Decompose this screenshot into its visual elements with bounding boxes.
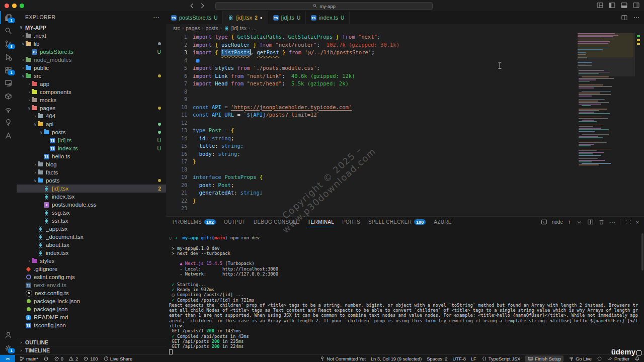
status-eol[interactable]: LF [471,356,476,361]
kill-terminal-icon[interactable] [598,219,605,225]
line-number[interactable]: 20 [166,182,193,190]
tree-item-readme-md[interactable]: README.md [17,313,166,321]
tree-item-package-lock-json[interactable]: package-lock.json [17,297,166,305]
line-number[interactable]: 22 [166,197,193,205]
breadcrumb-item[interactable]: [id].tsx [231,25,247,31]
accounts-icon[interactable] [0,328,17,341]
timeline-section[interactable]: › TIMELINE [17,346,166,354]
tree-item-index-tsx[interactable]: index.tsx [17,249,166,257]
breadcrumb-item[interactable]: ... [252,25,257,31]
tree-item-ssg-tsx[interactable]: ssg.tsx [17,209,166,217]
status-indentation[interactable]: Spaces: 2 [427,356,447,361]
line-number[interactable]: 21 [166,189,193,197]
tree-item--next[interactable]: ›.next [17,32,166,40]
panel-tab-output[interactable]: OUTPUT [224,217,246,227]
panel-more-actions-icon[interactable]: ⋯ [609,219,615,226]
terminal-dropdown-icon[interactable] [576,219,583,225]
line-number[interactable]: 13 [166,127,193,135]
status-go-live[interactable]: Go Live [569,356,592,361]
dirty-dot-icon[interactable]: ● [260,16,263,20]
tree-item-about-tsx[interactable]: about.tsx [17,241,166,249]
tree-item-posts[interactable]: ∨posts [17,176,166,185]
breadcrumb-item[interactable]: pages [186,25,200,31]
tree-item-app[interactable]: ›app [17,80,166,88]
status-encoding[interactable]: UTF-8 [453,356,466,361]
toggle-panel-icon[interactable] [620,2,628,9]
workspace-root-row[interactable]: ∨ MY-APP [17,23,166,32]
source-control-activity-icon[interactable]: 3 [0,37,17,50]
line-number[interactable]: 8 [166,88,193,96]
line-number[interactable]: 11 [166,111,193,119]
terminal-scrollbar-thumb[interactable] [641,233,643,270]
run-and-debug-activity-icon[interactable] [0,50,17,63]
tree-item-public[interactable]: ›public [17,64,166,72]
line-number[interactable]: 9 [166,96,193,104]
command-center-search[interactable]: my-app [215,2,433,10]
line-number[interactable]: 23 [166,205,193,213]
toggle-sidebar-left-icon[interactable] [608,2,616,9]
status-git-branch[interactable]: main* [19,356,38,361]
docker-activity-icon[interactable] [0,89,17,103]
nav-back-icon[interactable] [188,2,196,10]
tree-item-mocks[interactable]: ›mocks [17,96,166,104]
tree-item-postsstore-ts[interactable]: postsStore.tsU [17,48,166,56]
toggle-sidebar-right-icon[interactable] [632,2,640,9]
tab-index-ts[interactable]: index.tsU [306,11,350,24]
tab-postsstore-ts[interactable]: postsStore.tsU [166,11,223,24]
tree-item-node-modules[interactable]: ›node_modules [17,56,166,64]
panel-tab-debug-console[interactable]: DEBUG CONSOLE [254,217,299,227]
tree-item-index-tsx[interactable]: index.tsx [17,193,166,201]
code-editor[interactable]: 1import type { GetStaticPaths, GetStatic… [166,33,578,216]
status-live-share[interactable]: Live Share [103,356,132,361]
tree-item-package-json[interactable]: package.json [17,305,166,313]
manage-icon[interactable]: 1 [0,341,17,354]
line-number[interactable]: 4 [166,57,193,65]
editor-more-actions-icon[interactable] [633,14,640,21]
tree-item--gitignore[interactable]: .gitignore [17,265,166,273]
panel-tab-terminal[interactable]: TERMINAL [307,217,334,227]
split-terminal-icon[interactable] [587,219,594,225]
tree-item-eslint-config-mjs[interactable]: eslint.config.mjs [17,273,166,281]
tree-item-posts-module-css[interactable]: posts.module.css [17,201,166,209]
terminal-output[interactable]: ○ → my-app git:(main) npm run dev > my-a… [169,235,642,355]
tree-item-src[interactable]: ∨src [17,72,166,80]
tree-item-ssr-tsx[interactable]: ssr.tsx [17,217,166,225]
tree-item--id-ts[interactable]: [id].tsU [17,136,166,144]
tree-item-next-env-d-ts[interactable]: next-env.d.ts [17,281,166,289]
tree-item--app-tsx[interactable]: _app.tsx [17,225,166,233]
line-number[interactable]: 15 [166,142,193,150]
search-activity-icon[interactable] [0,24,17,37]
breadcrumb-item[interactable]: posts [206,25,218,31]
maximize-panel-icon[interactable] [625,219,631,225]
test-explorer-activity-icon[interactable] [0,116,17,129]
tree-item--id-tsx[interactable]: [id].tsx2 [17,185,166,193]
tree-item-posts[interactable]: ∨posts [17,128,166,136]
status-sync[interactable] [43,356,49,361]
status-notifications[interactable] [634,356,640,361]
line-number[interactable]: 6 [166,72,193,80]
panel-tab-problems[interactable]: PROBLEMS102 [173,217,216,227]
minimap[interactable] [578,33,635,214]
tree-item-styles[interactable]: ›styles [17,257,166,265]
panel-tab-spell-checker[interactable]: SPELL CHECKER100 [368,217,426,227]
status-errors[interactable]: 0 [54,356,63,361]
line-number[interactable]: 10 [166,104,193,112]
explorer-activity-icon[interactable]: 1 [0,11,17,24]
customize-layout-icon[interactable] [596,2,604,9]
line-number[interactable]: 19 [166,173,193,182]
tree-item-tsconfig-json[interactable]: tsconfig.json [17,321,166,329]
tree-item-pages[interactable]: ∨pages [17,104,166,112]
tree-item-index-ts[interactable]: index.tsU [17,144,166,152]
line-number[interactable]: 7 [166,80,193,88]
panel-tab-ports[interactable]: PORTS [342,217,360,227]
tree-item-404[interactable]: ›404 [17,112,166,120]
status-cursor-position[interactable]: Ln 3, Col 19 (9 selected) [371,356,422,361]
close-panel-icon[interactable]: × [636,219,639,225]
panel-tab-azure[interactable]: AZURE [434,217,451,227]
tree-item-hello-ts[interactable]: hello.ts [17,152,166,160]
status-finish-setup[interactable]: Finish Setup [525,355,564,362]
line-number[interactable]: 1 [166,33,193,41]
line-number[interactable]: 17 [166,158,193,166]
explorer-more-actions-icon[interactable]: ⋯ [153,14,160,21]
new-terminal-icon[interactable]: + [568,218,572,226]
